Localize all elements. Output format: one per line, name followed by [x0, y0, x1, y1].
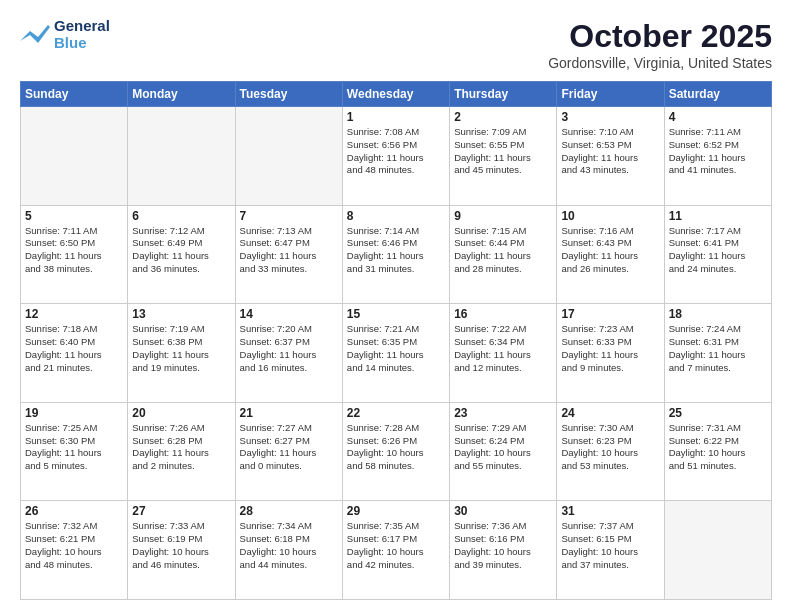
calendar-cell: 9Sunrise: 7:15 AM Sunset: 6:44 PM Daylig… [450, 205, 557, 304]
day-info: Sunrise: 7:24 AM Sunset: 6:31 PM Dayligh… [669, 323, 767, 374]
calendar-body: 1Sunrise: 7:08 AM Sunset: 6:56 PM Daylig… [21, 107, 772, 600]
day-info: Sunrise: 7:27 AM Sunset: 6:27 PM Dayligh… [240, 422, 338, 473]
day-number: 28 [240, 504, 338, 518]
weekday-header-monday: Monday [128, 82, 235, 107]
day-number: 10 [561, 209, 659, 223]
day-info: Sunrise: 7:19 AM Sunset: 6:38 PM Dayligh… [132, 323, 230, 374]
calendar-cell [235, 107, 342, 206]
day-number: 27 [132, 504, 230, 518]
calendar-cell: 26Sunrise: 7:32 AM Sunset: 6:21 PM Dayli… [21, 501, 128, 600]
weekday-header-friday: Friday [557, 82, 664, 107]
day-number: 17 [561, 307, 659, 321]
day-number: 12 [25, 307, 123, 321]
day-info: Sunrise: 7:25 AM Sunset: 6:30 PM Dayligh… [25, 422, 123, 473]
calendar-cell: 15Sunrise: 7:21 AM Sunset: 6:35 PM Dayli… [342, 304, 449, 403]
weekday-header-thursday: Thursday [450, 82, 557, 107]
day-info: Sunrise: 7:34 AM Sunset: 6:18 PM Dayligh… [240, 520, 338, 571]
calendar-cell: 13Sunrise: 7:19 AM Sunset: 6:38 PM Dayli… [128, 304, 235, 403]
day-info: Sunrise: 7:14 AM Sunset: 6:46 PM Dayligh… [347, 225, 445, 276]
calendar-cell: 30Sunrise: 7:36 AM Sunset: 6:16 PM Dayli… [450, 501, 557, 600]
day-number: 3 [561, 110, 659, 124]
day-info: Sunrise: 7:10 AM Sunset: 6:53 PM Dayligh… [561, 126, 659, 177]
day-info: Sunrise: 7:33 AM Sunset: 6:19 PM Dayligh… [132, 520, 230, 571]
calendar-week-2: 5Sunrise: 7:11 AM Sunset: 6:50 PM Daylig… [21, 205, 772, 304]
day-info: Sunrise: 7:30 AM Sunset: 6:23 PM Dayligh… [561, 422, 659, 473]
calendar-cell: 11Sunrise: 7:17 AM Sunset: 6:41 PM Dayli… [664, 205, 771, 304]
title-area: October 2025 Gordonsville, Virginia, Uni… [548, 18, 772, 71]
day-number: 25 [669, 406, 767, 420]
calendar-cell: 12Sunrise: 7:18 AM Sunset: 6:40 PM Dayli… [21, 304, 128, 403]
day-info: Sunrise: 7:18 AM Sunset: 6:40 PM Dayligh… [25, 323, 123, 374]
calendar-cell: 31Sunrise: 7:37 AM Sunset: 6:15 PM Dayli… [557, 501, 664, 600]
calendar-cell: 14Sunrise: 7:20 AM Sunset: 6:37 PM Dayli… [235, 304, 342, 403]
day-number: 30 [454, 504, 552, 518]
calendar-week-3: 12Sunrise: 7:18 AM Sunset: 6:40 PM Dayli… [21, 304, 772, 403]
day-info: Sunrise: 7:36 AM Sunset: 6:16 PM Dayligh… [454, 520, 552, 571]
logo-icon [20, 23, 50, 47]
logo: General Blue [20, 18, 110, 51]
day-number: 18 [669, 307, 767, 321]
calendar-cell [128, 107, 235, 206]
day-number: 31 [561, 504, 659, 518]
calendar-cell: 25Sunrise: 7:31 AM Sunset: 6:22 PM Dayli… [664, 402, 771, 501]
calendar-cell: 2Sunrise: 7:09 AM Sunset: 6:55 PM Daylig… [450, 107, 557, 206]
day-number: 26 [25, 504, 123, 518]
day-number: 15 [347, 307, 445, 321]
day-number: 24 [561, 406, 659, 420]
calendar-cell: 19Sunrise: 7:25 AM Sunset: 6:30 PM Dayli… [21, 402, 128, 501]
day-info: Sunrise: 7:17 AM Sunset: 6:41 PM Dayligh… [669, 225, 767, 276]
day-info: Sunrise: 7:23 AM Sunset: 6:33 PM Dayligh… [561, 323, 659, 374]
day-number: 5 [25, 209, 123, 223]
calendar-cell: 29Sunrise: 7:35 AM Sunset: 6:17 PM Dayli… [342, 501, 449, 600]
day-number: 29 [347, 504, 445, 518]
day-info: Sunrise: 7:15 AM Sunset: 6:44 PM Dayligh… [454, 225, 552, 276]
weekday-header-row: SundayMondayTuesdayWednesdayThursdayFrid… [21, 82, 772, 107]
svg-marker-0 [20, 25, 50, 43]
location: Gordonsville, Virginia, United States [548, 55, 772, 71]
day-info: Sunrise: 7:08 AM Sunset: 6:56 PM Dayligh… [347, 126, 445, 177]
month-title: October 2025 [548, 18, 772, 55]
calendar-week-1: 1Sunrise: 7:08 AM Sunset: 6:56 PM Daylig… [21, 107, 772, 206]
day-info: Sunrise: 7:31 AM Sunset: 6:22 PM Dayligh… [669, 422, 767, 473]
logo-text: General Blue [54, 18, 110, 51]
calendar-cell: 21Sunrise: 7:27 AM Sunset: 6:27 PM Dayli… [235, 402, 342, 501]
day-number: 16 [454, 307, 552, 321]
day-info: Sunrise: 7:26 AM Sunset: 6:28 PM Dayligh… [132, 422, 230, 473]
calendar-cell: 27Sunrise: 7:33 AM Sunset: 6:19 PM Dayli… [128, 501, 235, 600]
day-info: Sunrise: 7:28 AM Sunset: 6:26 PM Dayligh… [347, 422, 445, 473]
calendar-week-5: 26Sunrise: 7:32 AM Sunset: 6:21 PM Dayli… [21, 501, 772, 600]
day-number: 11 [669, 209, 767, 223]
calendar-cell: 20Sunrise: 7:26 AM Sunset: 6:28 PM Dayli… [128, 402, 235, 501]
calendar-table: SundayMondayTuesdayWednesdayThursdayFrid… [20, 81, 772, 600]
day-number: 2 [454, 110, 552, 124]
day-number: 8 [347, 209, 445, 223]
calendar-cell: 1Sunrise: 7:08 AM Sunset: 6:56 PM Daylig… [342, 107, 449, 206]
weekday-header-wednesday: Wednesday [342, 82, 449, 107]
calendar-cell: 8Sunrise: 7:14 AM Sunset: 6:46 PM Daylig… [342, 205, 449, 304]
calendar-cell: 4Sunrise: 7:11 AM Sunset: 6:52 PM Daylig… [664, 107, 771, 206]
day-info: Sunrise: 7:29 AM Sunset: 6:24 PM Dayligh… [454, 422, 552, 473]
day-number: 9 [454, 209, 552, 223]
page: General Blue October 2025 Gordonsville, … [0, 0, 792, 612]
calendar-cell [664, 501, 771, 600]
weekday-header-sunday: Sunday [21, 82, 128, 107]
day-info: Sunrise: 7:16 AM Sunset: 6:43 PM Dayligh… [561, 225, 659, 276]
calendar-cell: 16Sunrise: 7:22 AM Sunset: 6:34 PM Dayli… [450, 304, 557, 403]
calendar-cell: 23Sunrise: 7:29 AM Sunset: 6:24 PM Dayli… [450, 402, 557, 501]
header: General Blue October 2025 Gordonsville, … [20, 18, 772, 71]
day-number: 22 [347, 406, 445, 420]
day-number: 4 [669, 110, 767, 124]
calendar-cell: 10Sunrise: 7:16 AM Sunset: 6:43 PM Dayli… [557, 205, 664, 304]
calendar-cell [21, 107, 128, 206]
calendar-cell: 28Sunrise: 7:34 AM Sunset: 6:18 PM Dayli… [235, 501, 342, 600]
day-info: Sunrise: 7:11 AM Sunset: 6:52 PM Dayligh… [669, 126, 767, 177]
day-number: 14 [240, 307, 338, 321]
weekday-header-tuesday: Tuesday [235, 82, 342, 107]
day-number: 23 [454, 406, 552, 420]
calendar-cell: 18Sunrise: 7:24 AM Sunset: 6:31 PM Dayli… [664, 304, 771, 403]
calendar-cell: 5Sunrise: 7:11 AM Sunset: 6:50 PM Daylig… [21, 205, 128, 304]
calendar-cell: 24Sunrise: 7:30 AM Sunset: 6:23 PM Dayli… [557, 402, 664, 501]
day-number: 7 [240, 209, 338, 223]
calendar-cell: 22Sunrise: 7:28 AM Sunset: 6:26 PM Dayli… [342, 402, 449, 501]
day-number: 6 [132, 209, 230, 223]
